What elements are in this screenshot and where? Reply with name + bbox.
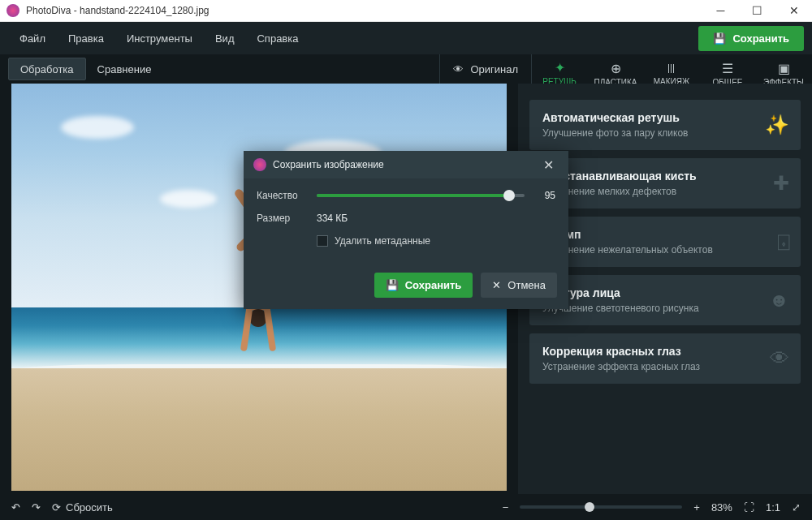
quality-value: 95: [534, 190, 555, 201]
dialog-close-button[interactable]: ✕: [538, 154, 559, 176]
panel-auto-retouch[interactable]: Автоматическая ретушь Улучшение фото за …: [529, 100, 801, 150]
zoom-out-button[interactable]: −: [503, 501, 509, 514]
dialog-save-button[interactable]: 💾 Сохранить: [374, 273, 473, 298]
maximize-button[interactable]: ☐: [739, 0, 775, 22]
sparkle-icon: ✦: [555, 60, 565, 75]
tab-compare[interactable]: Сравнение: [86, 54, 163, 84]
panel-stamp[interactable]: Штамп Устранение нежелательных объектов …: [529, 217, 801, 267]
tab-edit[interactable]: Обработка: [8, 58, 86, 80]
zoom-slider-thumb[interactable]: [585, 502, 594, 512]
zoom-slider[interactable]: [520, 505, 682, 509]
file-name: handstand-2224104_1280.jpg: [80, 5, 209, 16]
window-title: PhotoDiva - handstand-2224104_1280.jpg: [26, 5, 702, 16]
effects-icon: ▣: [778, 61, 790, 76]
view-tabs-row: Обработка Сравнение 👁 Оригинал ✦ РЕТУШЬ …: [0, 54, 812, 84]
menu-help[interactable]: Справка: [245, 26, 309, 51]
zoom-in-button[interactable]: +: [693, 501, 700, 514]
app-logo-icon: [6, 4, 19, 17]
original-toggle[interactable]: 👁 Оригинал: [439, 54, 532, 84]
bottom-bar: ↶ ↷ ⟳ Сбросить − + 83% ⛶ 1:1 ⤢: [0, 494, 812, 520]
menu-tools[interactable]: Инструменты: [115, 26, 204, 51]
sliders-icon: ☰: [722, 61, 733, 76]
fit-to-screen-button[interactable]: ⛶: [744, 501, 754, 514]
quality-slider-thumb[interactable]: [503, 190, 515, 201]
remove-metadata-checkbox[interactable]: [317, 235, 328, 247]
quality-slider[interactable]: [317, 194, 525, 197]
dialog-cancel-button[interactable]: ✕ Отмена: [481, 273, 557, 298]
menubar: Файл Правка Инструменты Вид Справка 💾 Со…: [0, 22, 812, 54]
size-value: 334 КБ: [317, 213, 348, 224]
bandage-icon: ✚: [773, 172, 789, 195]
eye-icon: 👁: [453, 63, 464, 75]
zoom-value: 83%: [711, 501, 732, 514]
save-button[interactable]: 💾 Сохранить: [698, 26, 804, 51]
save-icon: 💾: [386, 279, 399, 291]
circle-cross-icon: ⊕: [611, 61, 621, 76]
one-to-one-button[interactable]: 1:1: [766, 501, 780, 514]
save-icon: 💾: [713, 32, 726, 45]
reset-button[interactable]: ⟳ Сбросить: [52, 501, 113, 514]
dialog-titlebar[interactable]: Сохранить изображение ✕: [244, 151, 568, 178]
remove-metadata-label: Удалить метаданные: [335, 235, 430, 247]
panel-face-texture[interactable]: Фактура лица Улучшение светотеневого рис…: [529, 275, 801, 325]
app-logo-icon: [253, 158, 266, 171]
quality-label: Качество: [257, 190, 317, 201]
app-name: PhotoDiva: [26, 5, 71, 16]
save-image-dialog: Сохранить изображение ✕ Качество 95 Разм…: [244, 151, 568, 309]
size-label: Размер: [257, 213, 317, 224]
menu-file[interactable]: Файл: [8, 26, 57, 51]
face-icon: ☻: [769, 289, 789, 312]
dialog-title: Сохранить изображение: [273, 159, 538, 170]
window-titlebar: PhotoDiva - handstand-2224104_1280.jpg ─…: [0, 0, 812, 22]
panel-healing-brush[interactable]: Восстанавливающая кисть Устранение мелки…: [529, 158, 801, 208]
minimize-button[interactable]: ─: [702, 0, 739, 22]
reset-icon: ⟳: [52, 501, 61, 514]
redo-button[interactable]: ↷: [32, 501, 41, 514]
panel-red-eye[interactable]: Коррекция красных глаз Устранение эффект…: [529, 333, 801, 384]
menu-edit[interactable]: Правка: [57, 26, 115, 51]
undo-button[interactable]: ↶: [11, 501, 20, 514]
sparkle-icon: ✨: [765, 114, 789, 136]
close-icon: ✕: [492, 279, 501, 291]
stamp-icon: ⌺: [778, 230, 789, 253]
brush-set-icon: ⫼: [665, 61, 678, 75]
fullscreen-button[interactable]: ⤢: [792, 501, 801, 514]
menu-view[interactable]: Вид: [204, 26, 246, 51]
eye-icon: 👁: [770, 347, 789, 370]
close-window-button[interactable]: ✕: [775, 0, 812, 22]
